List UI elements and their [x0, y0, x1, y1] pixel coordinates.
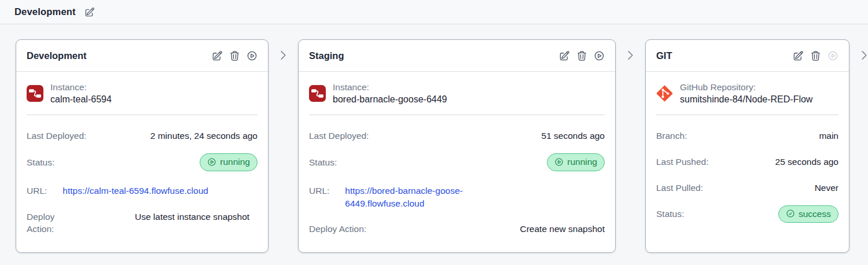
git-icon [656, 85, 673, 102]
status-badge-label: success [799, 208, 831, 220]
stage-title: Staging [309, 50, 344, 61]
run-stage-icon[interactable] [594, 50, 605, 61]
detail-row: URL:https://calm-teal-6594.flowfuse.clou… [27, 185, 258, 197]
detail-row: URL:https://bored-barnacle-goose-6449.fl… [309, 185, 605, 209]
detail-row: Status:running [27, 153, 258, 171]
stage-detail-rows: Last Deployed:2 minutes, 24 seconds agoS… [27, 130, 258, 235]
source-label: Instance: [50, 81, 112, 93]
stage-source: Instance: bored-barnacle-goose-6449 [309, 72, 605, 106]
stage-body: Instance: calm-teal-6594 Last Deployed:2… [16, 72, 268, 245]
edit-stage-icon[interactable] [793, 50, 804, 61]
row-value: Use latest instance snapshot [135, 211, 258, 223]
play-circle-icon [554, 157, 564, 167]
stage-detail-rows: Last Deployed:51 seconds agoStatus:runni… [309, 130, 605, 235]
delete-stage-icon[interactable] [229, 50, 240, 61]
delete-stage-icon[interactable] [576, 50, 587, 61]
status-badge: success [778, 205, 838, 223]
row-label: URL: [309, 185, 329, 197]
row-label: Status: [27, 156, 54, 169]
detail-row: Branch:main [656, 130, 838, 142]
chevron-right-icon [858, 49, 868, 61]
row-label: Last Deployed: [309, 130, 369, 142]
row-label: Deploy Action: [309, 223, 366, 235]
stage-body: Instance: bored-barnacle-goose-6449 Last… [299, 72, 615, 245]
delete-stage-icon[interactable] [810, 50, 821, 61]
status-badge: running [547, 153, 605, 171]
source-label: Instance: [333, 81, 447, 93]
edit-stage-icon[interactable] [212, 50, 223, 61]
stage-body: GitHub Repository: sumitshinde-84/Node-R… [646, 72, 849, 232]
detail-row: Last Pulled:Never [656, 182, 838, 194]
run-stage-icon[interactable] [247, 50, 258, 61]
chevron-right-icon [277, 49, 289, 61]
row-label: Last Pushed: [656, 156, 708, 168]
detail-row: Last Deployed:2 minutes, 24 seconds ago [27, 130, 258, 142]
stage-title: GIT [656, 50, 672, 61]
pipeline-header-bar: Development [0, 0, 868, 24]
status-badge-label: running [567, 156, 597, 168]
detail-row: Last Pushed:25 seconds ago [656, 156, 838, 168]
divider [309, 115, 605, 115]
stage-header: Staging [299, 40, 615, 72]
row-label: Last Deployed: [27, 130, 86, 142]
chevron-right-icon [624, 49, 637, 61]
row-label: Last Pulled: [656, 182, 703, 194]
instance-url-link[interactable]: https://bored-barnacle-goose-6449.flowfu… [345, 185, 502, 209]
check-circle-icon [786, 209, 795, 218]
pipeline-title: Development [14, 6, 76, 17]
stage-header: Development [16, 40, 268, 72]
row-label: Status: [656, 208, 684, 220]
detail-row: Status:success [656, 205, 838, 223]
source-label: GitHub Repository: [680, 81, 812, 93]
run-stage-icon [827, 50, 838, 61]
play-circle-icon [207, 157, 216, 167]
pipeline-stage-card: Staging Instance: bored-barnacle-goose-6… [298, 39, 616, 253]
stage-actions [559, 50, 605, 61]
row-value: Create new snapshot [520, 223, 605, 235]
row-value: Never [815, 182, 838, 194]
source-value: bored-barnacle-goose-6449 [333, 93, 447, 106]
stage-actions [793, 50, 838, 61]
node-red-instance-icon [309, 85, 326, 102]
node-red-instance-icon [27, 85, 43, 102]
pipeline-stages: Development Instance: calm-teal-6594 Las… [0, 24, 868, 253]
divider [27, 115, 258, 115]
row-label: Deploy Action: [27, 211, 68, 235]
source-value: sumitshinde-84/Node-RED-Flow [680, 93, 812, 106]
edit-pipeline-icon[interactable] [84, 7, 95, 17]
stage-detail-rows: Branch:mainLast Pushed:25 seconds agoLas… [656, 130, 838, 223]
row-label: Branch: [656, 130, 687, 142]
row-value: 51 seconds ago [542, 130, 605, 142]
stage-source: GitHub Repository: sumitshinde-84/Node-R… [656, 72, 838, 106]
detail-row: Deploy Action:Create new snapshot [309, 223, 605, 235]
stage-actions [212, 50, 258, 61]
row-label: URL: [27, 185, 47, 197]
detail-row: Last Deployed:51 seconds ago [309, 130, 605, 142]
row-value: main [819, 130, 838, 142]
status-badge-label: running [220, 156, 250, 168]
detail-row: Status:running [309, 153, 605, 171]
row-value: 25 seconds ago [775, 156, 838, 168]
pipeline-stage-card: GIT GitHub Repository: sumitshinde-84/No… [645, 39, 849, 253]
source-value: calm-teal-6594 [50, 93, 112, 106]
row-label: Status: [309, 156, 337, 169]
detail-row: Deploy Action:Use latest instance snapsh… [27, 211, 258, 235]
row-value: 2 minutes, 24 seconds ago [150, 130, 258, 142]
stage-header: GIT [646, 40, 849, 72]
status-badge: running [200, 153, 258, 171]
divider [656, 115, 838, 115]
stage-source: Instance: calm-teal-6594 [27, 72, 258, 106]
edit-stage-icon[interactable] [559, 50, 570, 61]
stage-title: Development [27, 50, 87, 61]
pipeline-stage-card: Development Instance: calm-teal-6594 Las… [16, 39, 269, 253]
instance-url-link[interactable]: https://calm-teal-6594.flowfuse.cloud [62, 185, 208, 197]
